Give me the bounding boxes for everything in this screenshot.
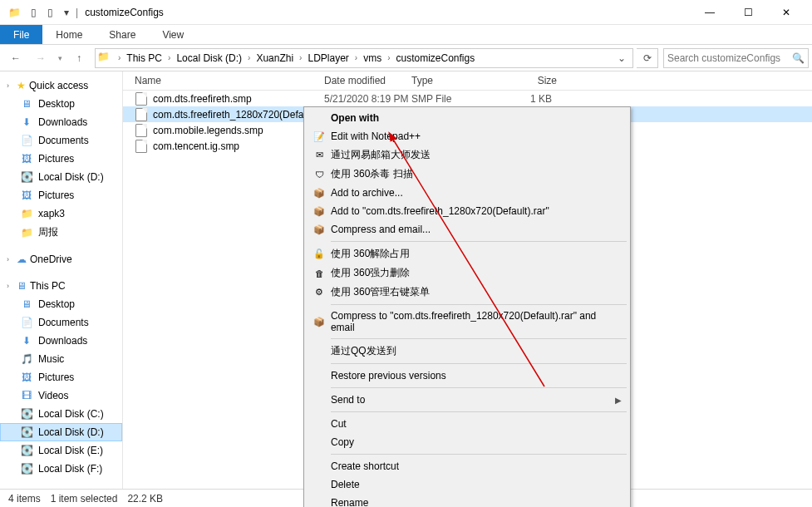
nav-item[interactable]: 💽Local Disk (E:) bbox=[0, 441, 122, 460]
nav-item[interactable]: 📁xapk3 bbox=[0, 204, 122, 223]
up-button[interactable]: ↑ bbox=[66, 46, 91, 71]
breadcrumb-dropdown[interactable]: ⌄ bbox=[613, 52, 631, 64]
maximize-button[interactable]: ☐ bbox=[729, 0, 767, 25]
breadcrumb-seg[interactable]: customizeConfigs bbox=[393, 52, 479, 64]
context-menu[interactable]: Open with 📝Edit with Notepad++✉通过网易邮箱大师发… bbox=[303, 106, 631, 507]
breadcrumb-seg[interactable]: LDPlayer bbox=[304, 52, 352, 64]
refresh-button[interactable]: ⟳ bbox=[637, 48, 658, 68]
tab-home[interactable]: Home bbox=[42, 25, 96, 44]
cm-item[interactable]: 📦Compress to "com.dts.freefireth_1280x72… bbox=[306, 308, 628, 336]
caret-icon[interactable]: › bbox=[7, 255, 15, 263]
cm-item[interactable]: 📦Compress and email... bbox=[306, 220, 628, 239]
forward-button[interactable]: → bbox=[28, 46, 53, 71]
cm-item[interactable]: ✉通过网易邮箱大师发送 bbox=[306, 145, 628, 165]
separator bbox=[331, 454, 627, 455]
pc-icon: 🖥 bbox=[17, 280, 27, 292]
minimize-button[interactable]: — bbox=[691, 0, 729, 25]
nav-item[interactable]: 💽Local Disk (D:) bbox=[0, 423, 122, 441]
cm-label: Rename bbox=[331, 497, 368, 507]
cm-delete[interactable]: Delete bbox=[306, 475, 628, 494]
qat-item[interactable]: ▯ bbox=[42, 3, 57, 22]
nav-item-label: Desktop bbox=[38, 298, 75, 310]
nav-item[interactable]: 💽Local Disk (D:) bbox=[0, 168, 122, 186]
nav-item-label: Documents bbox=[38, 317, 89, 328]
navigation-pane[interactable]: › ★ Quick access 🖥Desktop⬇Downloads📄Docu… bbox=[0, 71, 123, 489]
nav-item[interactable]: 💽Local Disk (F:) bbox=[0, 460, 122, 478]
cm-item[interactable]: 📦Add to archive... bbox=[306, 184, 628, 202]
cm-rename[interactable]: Rename bbox=[306, 494, 628, 507]
disk-icon: 💽 bbox=[20, 407, 33, 421]
breadcrumb-seg[interactable]: XuanZhi bbox=[253, 52, 297, 64]
col-name[interactable]: Name bbox=[135, 75, 324, 86]
nav-item[interactable]: 📄Documents bbox=[0, 131, 122, 150]
cm-sendto[interactable]: Send to▶ bbox=[306, 391, 628, 409]
nav-item[interactable]: ⬇Downloads bbox=[0, 332, 122, 350]
chevron-right-icon[interactable]: › bbox=[352, 53, 360, 62]
nav-item[interactable]: 🖼Pictures bbox=[0, 150, 122, 168]
file-row[interactable]: com.dts.freefireth.smp 5/21/2020 8:19 PM… bbox=[123, 91, 812, 106]
qat-item[interactable]: ▯ bbox=[26, 3, 41, 22]
cm-qq-send[interactable]: 通过QQ发送到 bbox=[306, 342, 628, 361]
nav-thispc[interactable]: › 🖥 This PC bbox=[0, 277, 122, 295]
chevron-right-icon[interactable]: › bbox=[385, 53, 392, 62]
separator bbox=[331, 363, 627, 364]
cm-restore[interactable]: Restore previous versions bbox=[306, 367, 628, 385]
cm-label: Cut bbox=[331, 418, 347, 430]
cm-label: Compress and email... bbox=[331, 224, 431, 235]
nav-item[interactable]: 🎞Videos bbox=[0, 386, 122, 405]
cm-item[interactable]: ⚙使用 360管理右键菜单 bbox=[306, 283, 628, 302]
cm-item[interactable]: 📦Add to "com.dts.freefireth_1280x720(Def… bbox=[306, 202, 628, 220]
nav-item[interactable]: 🖥Desktop bbox=[0, 295, 122, 313]
nav-item[interactable]: 🖼Pictures bbox=[0, 186, 122, 204]
col-date[interactable]: Date modified bbox=[324, 75, 411, 86]
nav-quick-access[interactable]: › ★ Quick access bbox=[0, 76, 122, 95]
cm-item[interactable]: 🔓使用 360解除占用 bbox=[306, 244, 628, 263]
cm-cut[interactable]: Cut bbox=[306, 415, 628, 433]
status-size: 22.2 KB bbox=[127, 493, 163, 505]
cm-item[interactable]: 📝Edit with Notepad++ bbox=[306, 127, 628, 145]
close-button[interactable]: ✕ bbox=[767, 0, 805, 25]
nav-item[interactable]: 📄Documents bbox=[0, 313, 122, 332]
breadcrumb-seg[interactable]: This PC bbox=[123, 52, 165, 64]
nav-item[interactable]: 💽Local Disk (C:) bbox=[0, 405, 122, 423]
caret-icon[interactable]: › bbox=[7, 81, 15, 90]
breadcrumb[interactable]: 📁 › This PC › Local Disk (D:) › XuanZhi … bbox=[95, 48, 633, 68]
search-input[interactable]: Search customizeConfigs 🔍 bbox=[663, 48, 809, 68]
cm-copy[interactable]: Copy bbox=[306, 433, 628, 451]
breadcrumb-seg[interactable]: Local Disk (D:) bbox=[173, 52, 245, 64]
nav-item[interactable]: ⬇Downloads bbox=[0, 113, 122, 131]
tab-view[interactable]: View bbox=[149, 25, 197, 44]
chevron-right-icon[interactable]: › bbox=[297, 53, 304, 62]
cm-label: 通过网易邮箱大师发送 bbox=[331, 148, 431, 162]
blank-icon bbox=[311, 436, 327, 449]
nav-network[interactable]: › 🖧 Network bbox=[0, 486, 122, 489]
qat-dropdown[interactable]: ▾ bbox=[59, 3, 74, 22]
column-headers[interactable]: Name Date modified Type Size bbox=[123, 71, 812, 91]
nav-item[interactable]: 🖼Pictures bbox=[0, 368, 122, 386]
nav-item-label: Pictures bbox=[38, 190, 74, 201]
cm-item[interactable]: 🗑使用 360强力删除 bbox=[306, 263, 628, 283]
file-name: com.dts.freefireth_1280x720(Default).kmp bbox=[153, 109, 324, 121]
nav-item[interactable]: 🖥Desktop bbox=[0, 95, 122, 113]
chevron-right-icon[interactable]: › bbox=[245, 53, 253, 62]
back-button[interactable]: ← bbox=[3, 46, 28, 71]
folder-icon: 📁 bbox=[20, 207, 33, 220]
tab-share[interactable]: Share bbox=[96, 25, 149, 44]
col-type[interactable]: Type bbox=[411, 75, 499, 86]
nav-item-label: Music bbox=[38, 353, 64, 365]
cm-item[interactable]: 🛡使用 360杀毒 扫描 bbox=[306, 165, 628, 184]
tab-file[interactable]: File bbox=[0, 25, 42, 44]
chevron-right-icon[interactable]: › bbox=[116, 53, 123, 62]
nav-item[interactable]: 🎵Music bbox=[0, 350, 122, 368]
caret-icon[interactable]: › bbox=[7, 282, 15, 290]
nav-item[interactable]: 📁周报 bbox=[0, 223, 122, 242]
search-icon[interactable]: 🔍 bbox=[792, 52, 805, 64]
col-size[interactable]: Size bbox=[499, 75, 565, 86]
cm-shortcut[interactable]: Create shortcut bbox=[306, 457, 628, 475]
nav-onedrive[interactable]: › ☁ OneDrive bbox=[0, 250, 122, 268]
status-count: 4 items bbox=[8, 493, 41, 505]
history-dropdown[interactable]: ▾ bbox=[53, 46, 66, 71]
breadcrumb-seg[interactable]: vms bbox=[360, 52, 385, 64]
music-icon: 🎵 bbox=[20, 352, 33, 366]
chevron-right-icon[interactable]: › bbox=[165, 53, 173, 62]
